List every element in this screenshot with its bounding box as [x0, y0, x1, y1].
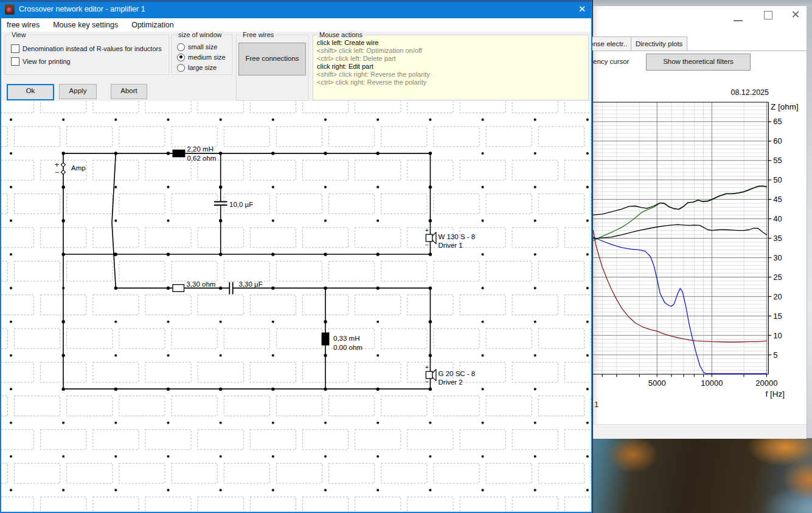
radio-icon[interactable] [177, 64, 185, 72]
amp-terminal-plus[interactable] [61, 162, 65, 167]
schematic-svg: 2,20 mH 0,62 ohm + − Amp 10,0 µF 3,30 oh… [1, 101, 591, 512]
resistor1-value: 3,30 ohm [187, 281, 216, 288]
settings-panel: View Denomination instead of R-values fo… [0, 32, 592, 101]
mouse-action-line: <shift> click right: Reverse the polarit… [317, 71, 430, 78]
radio-large-size[interactable]: large size [177, 63, 217, 72]
app-icon [5, 4, 15, 15]
driver2-label: Driver 2 [439, 379, 463, 386]
grid-layer [1, 101, 591, 512]
capacitor2-symbol[interactable] [229, 282, 232, 294]
menu-optimization[interactable]: Optimization [125, 18, 180, 32]
svg-text:55: 55 [773, 156, 782, 165]
free-connections-button[interactable]: Free connections [238, 43, 306, 75]
capacitor2-value: 3,30 µF [239, 281, 263, 288]
menubar: free wires Mouse key settings Optimizati… [0, 18, 592, 32]
driver2-cone [432, 369, 436, 382]
impedance-chart-svg: 510152025303540455055606550001000020000f… [593, 85, 807, 426]
view-group: View Denomination instead of R-values fo… [5, 35, 169, 75]
minimize-icon[interactable] [734, 20, 743, 21]
radio-small-size[interactable]: small size [177, 43, 217, 51]
menu-mouse-key-settings[interactable]: Mouse key settings [46, 18, 125, 32]
capacitor1-symbol[interactable] [214, 202, 227, 205]
resistor1-symbol[interactable] [173, 285, 184, 292]
window-border [0, 18, 1, 513]
abort-button[interactable]: Abort [111, 84, 147, 99]
driver2-minus: − [425, 379, 429, 385]
free-wires-group-label: Free wires [241, 31, 276, 38]
curve-total-impedance-upper [593, 186, 766, 215]
checkbox-icon[interactable] [11, 44, 19, 53]
checkbox-view-for-printing[interactable]: View for printing [11, 57, 71, 66]
mouse-action-line: <ctrl> click right: Reverse the polarity [317, 79, 426, 86]
radio-icon[interactable] [177, 43, 185, 51]
plot-corner-text: 1 [594, 400, 599, 409]
amp-terminal-minus[interactable] [61, 170, 65, 174]
apply-button[interactable]: Apply [59, 84, 97, 99]
svg-text:65: 65 [773, 117, 782, 126]
window-title: Crossover network editor - amplifier 1 [19, 0, 145, 18]
mouse-action-line: <ctrl> click left: Delete part [317, 55, 396, 62]
window-border [591, 18, 592, 513]
size-group-label: size of window [176, 31, 224, 38]
view-group-label: View [10, 31, 28, 38]
size-of-window-group: size of window small size medium size la… [172, 35, 232, 75]
amp-minus-label: − [55, 168, 59, 176]
amp-label: Amp [71, 164, 86, 172]
ok-button[interactable]: Ok [7, 84, 54, 100]
inductor1-symbol[interactable] [173, 150, 186, 158]
inductor2-value: 0,33 mH [333, 335, 359, 342]
driver1-symbol[interactable] [426, 234, 432, 242]
svg-text:40: 40 [773, 214, 782, 223]
svg-text:5000: 5000 [648, 379, 666, 388]
mouse-action-line: click right: Edit part [317, 63, 373, 70]
x-axis-label: f [Hz] [765, 389, 785, 399]
checkbox-printing-label: View for printing [23, 58, 71, 65]
radio-medium-label: medium size [188, 54, 226, 61]
inductor1-resistance: 0,62 ohm [187, 155, 217, 162]
wires[interactable] [63, 153, 430, 389]
frequency-cursor-label: ency cursor [593, 58, 629, 65]
plot-window-statusbar [593, 424, 807, 439]
svg-text:10000: 10000 [701, 379, 723, 388]
svg-text:35: 35 [773, 234, 782, 243]
components[interactable] [61, 150, 436, 382]
curve-filtered-green [593, 186, 766, 240]
svg-text:60: 60 [773, 136, 782, 145]
mouse-actions-group: Mouse actions click left: Create wire <s… [313, 35, 589, 100]
impedance-chart: 510152025303540455055606550001000020000f… [593, 85, 807, 426]
tab-directivity-plots[interactable]: Directivity plots [631, 37, 687, 51]
driver1-plus: + [425, 227, 429, 234]
radio-medium-size[interactable]: medium size [177, 53, 226, 61]
driver1-name: W 130 S - 8 [439, 233, 476, 240]
crossover-editor-window: Crossover network editor - amplifier 1 ✕… [0, 0, 592, 513]
desktop-wallpaper [593, 438, 812, 513]
tab-response-electrical[interactable]: onse electr.. [585, 37, 638, 51]
titlebar[interactable]: Crossover network editor - amplifier 1 ✕ [0, 0, 592, 18]
close-icon[interactable]: ✕ [572, 0, 592, 18]
driver1-cone [432, 232, 436, 244]
driver2-name: G 20 SC - 8 [439, 370, 476, 377]
svg-text:10: 10 [773, 331, 782, 340]
radio-icon-selected[interactable] [177, 54, 185, 61]
close-icon[interactable]: ✕ [788, 7, 803, 23]
radio-large-label: large size [188, 64, 217, 71]
driver2-symbol[interactable] [426, 371, 432, 379]
svg-text:25: 25 [773, 273, 782, 282]
junction-dots [61, 152, 432, 391]
checkbox-icon[interactable] [11, 57, 19, 66]
maximize-icon[interactable] [764, 11, 772, 19]
svg-text:5: 5 [773, 351, 777, 360]
inductor2-symbol[interactable] [322, 332, 330, 345]
menu-free-wires[interactable]: free wires [0, 18, 46, 32]
checkbox-denomination[interactable]: Denomination instead of R-values for ind… [11, 44, 162, 53]
mouse-actions-group-label: Mouse actions [318, 31, 364, 38]
radio-small-label: small size [188, 43, 217, 51]
show-theoretical-filters-button[interactable]: Show theoretical filters [646, 54, 751, 71]
impedance-plot-window: ✕ onse electr.. Directivity plots ency c… [593, 6, 807, 438]
schematic-canvas[interactable]: 2,20 mH 0,62 ohm + − Amp 10,0 µF 3,30 oh… [1, 101, 591, 512]
inductor1-value: 2,20 mH [187, 145, 213, 153]
free-wires-group: Free wires Free connections [236, 35, 308, 100]
mouse-action-line: click left: Create wire [317, 39, 378, 46]
y-axis-label: Z [ohm] [771, 102, 799, 111]
inductor2-resistance: 0.00 ohm [333, 344, 363, 351]
